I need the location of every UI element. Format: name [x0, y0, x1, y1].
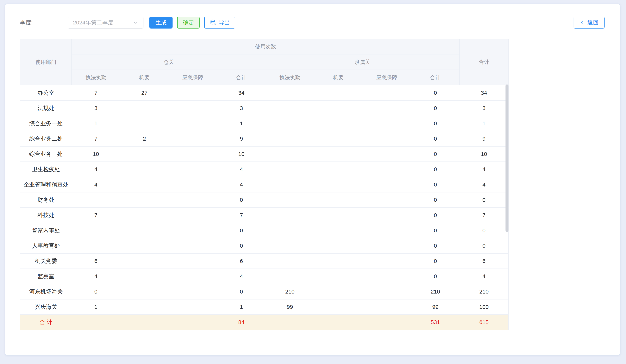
- back-button[interactable]: 返回: [574, 17, 605, 29]
- value-cell: [120, 101, 169, 116]
- value-cell: [314, 254, 363, 269]
- value-cell: [266, 254, 314, 269]
- value-cell: 531: [411, 315, 460, 330]
- value-cell: 4: [460, 269, 509, 284]
- export-button[interactable]: 导出: [204, 17, 235, 29]
- value-cell: 4: [72, 162, 120, 177]
- value-cell: 10: [217, 146, 266, 162]
- dept-cell: 企业管理和稽查处: [20, 177, 72, 192]
- value-cell: [363, 208, 411, 223]
- value-cell: 99: [266, 299, 314, 315]
- value-cell: [363, 269, 411, 284]
- value-cell: [363, 162, 411, 177]
- header-col: 执法执勤: [72, 70, 120, 85]
- value-cell: [314, 208, 363, 223]
- value-cell: [266, 238, 314, 254]
- quarter-label: 季度:: [20, 19, 33, 27]
- value-cell: 1: [217, 116, 266, 131]
- value-cell: 4: [72, 177, 120, 192]
- dept-cell: 综合业务一处: [20, 116, 72, 131]
- confirm-button[interactable]: 确定: [177, 17, 199, 29]
- value-cell: [169, 85, 217, 101]
- dept-cell: 兴庆海关: [20, 299, 72, 315]
- value-cell: [169, 116, 217, 131]
- value-cell: 4: [217, 269, 266, 284]
- value-cell: 0: [411, 208, 460, 223]
- value-cell: [314, 116, 363, 131]
- value-cell: 0: [460, 223, 509, 238]
- value-cell: [120, 146, 169, 162]
- value-cell: 0: [411, 269, 460, 284]
- value-cell: 0: [411, 116, 460, 131]
- quarter-select-value: 2024年第二季度: [73, 19, 114, 27]
- value-cell: [266, 177, 314, 192]
- value-cell: 4: [217, 177, 266, 192]
- dept-cell: 人事教育处: [20, 238, 72, 254]
- value-cell: 7: [72, 131, 120, 146]
- generate-button[interactable]: 生成: [149, 17, 173, 29]
- value-cell: 34: [217, 85, 266, 101]
- value-cell: 0: [217, 238, 266, 254]
- value-cell: 6: [460, 254, 509, 269]
- value-cell: 0: [411, 177, 460, 192]
- value-cell: 4: [460, 162, 509, 177]
- value-cell: [314, 131, 363, 146]
- table-row: 综合业务三处1010010: [20, 146, 509, 162]
- value-cell: 10: [72, 146, 120, 162]
- value-cell: 1: [72, 299, 120, 315]
- value-cell: [314, 269, 363, 284]
- value-cell: 7: [217, 208, 266, 223]
- value-cell: [363, 238, 411, 254]
- table-row: 河东机场海关00210210210: [20, 284, 509, 299]
- value-cell: [169, 315, 217, 330]
- value-cell: [363, 116, 411, 131]
- value-cell: 0: [411, 162, 460, 177]
- header-sub-customs: 隶属关: [266, 54, 460, 70]
- dept-cell: 综合业务二处: [20, 131, 72, 146]
- table-row: 人事教育处000: [20, 238, 509, 254]
- value-cell: [120, 299, 169, 315]
- value-cell: [314, 101, 363, 116]
- value-cell: [314, 315, 363, 330]
- value-cell: [314, 162, 363, 177]
- header-col: 执法执勤: [266, 70, 314, 85]
- header-grand-total: 合计: [460, 39, 509, 85]
- dept-cell: 机关党委: [20, 254, 72, 269]
- dept-cell: 合 计: [20, 315, 72, 330]
- value-cell: 99: [411, 299, 460, 315]
- value-cell: 0: [411, 254, 460, 269]
- value-cell: [266, 101, 314, 116]
- header-col: 合计: [411, 70, 460, 85]
- value-cell: 615: [460, 315, 509, 330]
- table-row: 企业管理和稽查处4404: [20, 177, 509, 192]
- value-cell: 0: [460, 192, 509, 208]
- database-export-icon: [210, 19, 216, 26]
- header-col: 机要: [120, 70, 169, 85]
- quarter-select[interactable]: 2024年第二季度: [68, 17, 143, 29]
- value-cell: 7: [72, 85, 120, 101]
- value-cell: [169, 101, 217, 116]
- value-cell: [120, 162, 169, 177]
- value-cell: [169, 146, 217, 162]
- value-cell: [314, 146, 363, 162]
- value-cell: 210: [460, 284, 509, 299]
- vertical-scrollbar[interactable]: [506, 84, 509, 232]
- chevron-left-icon: [580, 20, 585, 25]
- value-cell: [363, 299, 411, 315]
- value-cell: [169, 162, 217, 177]
- toolbar: 季度: 2024年第二季度 生成 确定 导: [20, 16, 605, 29]
- value-cell: 9: [460, 131, 509, 146]
- value-cell: [314, 223, 363, 238]
- value-cell: 0: [411, 238, 460, 254]
- value-cell: 1: [217, 299, 266, 315]
- value-cell: 0: [217, 284, 266, 299]
- value-cell: [266, 223, 314, 238]
- table-row: 综合业务一处1101: [20, 116, 509, 131]
- value-cell: [120, 238, 169, 254]
- value-cell: 0: [411, 192, 460, 208]
- value-cell: 0: [411, 85, 460, 101]
- value-cell: 1: [72, 116, 120, 131]
- value-cell: [169, 299, 217, 315]
- value-cell: [169, 208, 217, 223]
- value-cell: [169, 254, 217, 269]
